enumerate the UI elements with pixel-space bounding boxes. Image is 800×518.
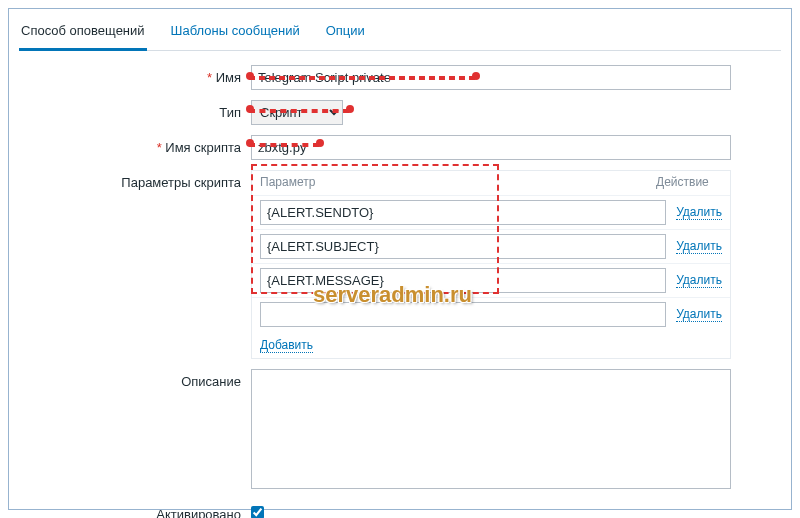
param-input[interactable] <box>260 200 666 225</box>
param-input[interactable] <box>260 268 666 293</box>
param-delete-link[interactable]: Удалить <box>676 273 722 288</box>
script-params-table: Параметр Действие Удалить Удалить <box>251 170 731 359</box>
param-delete-link[interactable]: Удалить <box>676 239 722 254</box>
param-add-link[interactable]: Добавить <box>260 338 313 353</box>
media-type-panel: Способ оповещений Шаблоны сообщений Опци… <box>8 8 792 510</box>
params-header-param: Параметр <box>260 175 656 189</box>
tab-options[interactable]: Опции <box>324 17 367 50</box>
type-select[interactable]: Скрипт <box>251 100 343 125</box>
param-row: Удалить <box>252 297 730 331</box>
params-header-action: Действие <box>656 175 722 189</box>
param-delete-link[interactable]: Удалить <box>676 205 722 220</box>
script-name-input[interactable] <box>251 135 731 160</box>
label-script-name: Имя скрипта <box>19 135 251 155</box>
param-row: Удалить <box>252 229 730 263</box>
label-description: Описание <box>19 369 251 389</box>
param-input[interactable] <box>260 302 666 327</box>
label-script-params: Параметры скрипта <box>19 170 251 190</box>
tabs: Способ оповещений Шаблоны сообщений Опци… <box>19 17 781 51</box>
label-enabled: Активировано <box>19 502 251 518</box>
label-name: Имя <box>19 65 251 85</box>
enabled-checkbox[interactable] <box>251 506 264 518</box>
param-row: Удалить <box>252 263 730 297</box>
param-delete-link[interactable]: Удалить <box>676 307 722 322</box>
name-input[interactable] <box>251 65 731 90</box>
param-row: Удалить <box>252 195 730 229</box>
tab-message-templates[interactable]: Шаблоны сообщений <box>169 17 302 50</box>
tab-notify-method[interactable]: Способ оповещений <box>19 17 147 51</box>
description-textarea[interactable] <box>251 369 731 489</box>
label-type: Тип <box>19 100 251 120</box>
param-input[interactable] <box>260 234 666 259</box>
media-type-form: Имя Тип Скрипт Имя скрипта Параметры скр… <box>19 65 781 518</box>
